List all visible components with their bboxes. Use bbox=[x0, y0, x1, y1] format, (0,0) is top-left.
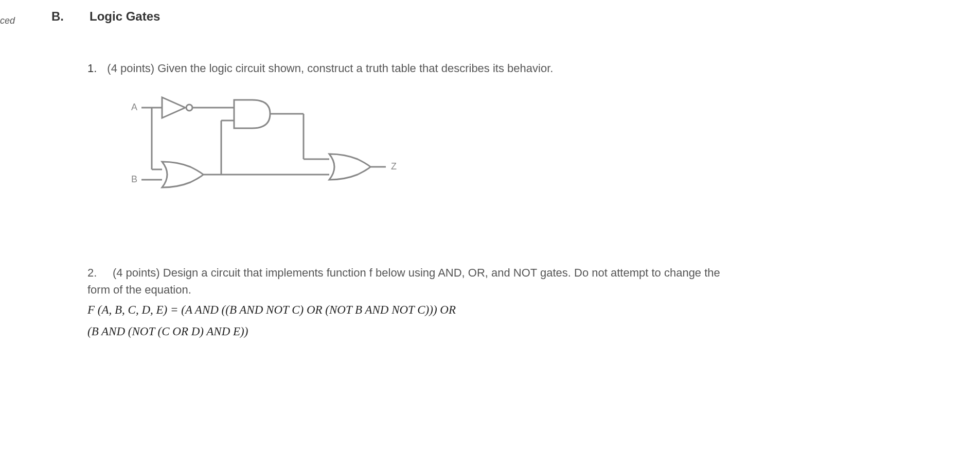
logic-circuit-diagram: A B Z bbox=[129, 92, 929, 213]
side-cropped-text: ced bbox=[0, 15, 15, 26]
not-gate-icon bbox=[162, 97, 192, 118]
or-gate-2-icon bbox=[329, 154, 370, 180]
and-gate-icon bbox=[234, 100, 270, 128]
section-title: Logic Gates bbox=[90, 9, 160, 24]
input-b-label: B bbox=[131, 174, 137, 184]
question-2-body: Design a circuit that implements functio… bbox=[87, 266, 720, 296]
section-header: B. Logic Gates bbox=[51, 9, 929, 24]
output-z-label: Z bbox=[391, 161, 397, 171]
or-gate-1-icon bbox=[162, 162, 203, 187]
section-letter: B. bbox=[51, 9, 64, 24]
question-1-body: Given the logic circuit shown, construct… bbox=[157, 62, 553, 75]
question-1-text: (4 points) Given the logic circuit shown… bbox=[107, 60, 553, 77]
question-2-points: (4 points) bbox=[113, 266, 160, 279]
input-a-label: A bbox=[131, 102, 137, 112]
circuit-svg: A B Z bbox=[129, 92, 406, 211]
formula-line-2: (B AND (NOT (C OR D) AND E)) bbox=[87, 322, 929, 341]
question-1-header: 1. (4 points) Given the logic circuit sh… bbox=[87, 60, 929, 77]
main-content: B. Logic Gates 1. (4 points) Given the l… bbox=[0, 0, 980, 341]
question-1: 1. (4 points) Given the logic circuit sh… bbox=[87, 60, 929, 213]
question-1-points: (4 points) bbox=[107, 62, 154, 75]
question-1-number: 1. bbox=[87, 62, 97, 75]
question-2-text-block: 2. (4 points) Design a circuit that impl… bbox=[87, 264, 730, 298]
formula-line-1: F (A, B, C, D, E) = (A AND ((B AND NOT C… bbox=[87, 301, 929, 320]
question-2-number: 2. bbox=[87, 266, 97, 279]
svg-point-0 bbox=[186, 105, 192, 111]
question-2: 2. (4 points) Design a circuit that impl… bbox=[87, 264, 929, 341]
